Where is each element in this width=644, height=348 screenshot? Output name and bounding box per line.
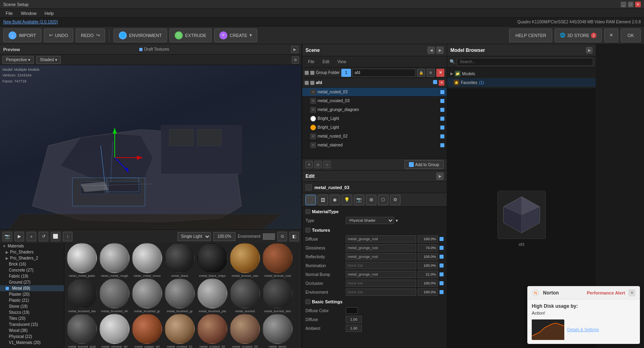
afd-close-button[interactable]: ✕ [439, 80, 444, 86]
norton-close-button[interactable]: ✕ [628, 289, 636, 297]
3d-store-button[interactable]: 🌐 3D STORE 2 [555, 29, 602, 42]
menu-file[interactable]: File [2, 10, 17, 16]
cube-tool-button[interactable]: ⬡ [378, 195, 388, 205]
scene-file-menu[interactable]: File [305, 59, 318, 65]
new-build-link[interactable]: New Build Available (2.0.1920) [3, 20, 58, 24]
mat-brushed-bla[interactable]: metal_brushed_bla [66, 278, 98, 313]
scene-item-metal-rusted-03[interactable]: M metal_rusted_03 [302, 88, 447, 97]
scene-item-metal-grunge[interactable]: M metal_grunge_diagram [302, 105, 447, 114]
scene-item-bright-light-1[interactable]: Bright_Light [302, 114, 447, 123]
mat-crusted-02[interactable]: metal_crusted_02 [196, 314, 228, 348]
render-button[interactable]: ◧ [289, 232, 299, 241]
tree-stone[interactable]: Stone (19) [0, 303, 64, 309]
help-center-button[interactable]: HELP CENTER [509, 29, 552, 42]
model-search-input[interactable] [457, 58, 593, 66]
diffuse-texture-input[interactable] [346, 235, 416, 243]
mat-metal-black[interactable]: metal_black [164, 243, 196, 278]
mat-brushed-gr1[interactable]: metal_brushed_gr [131, 278, 163, 313]
tree-metal[interactable]: Metal (69) [0, 285, 64, 291]
scene-folder-afd[interactable]: afd ✕ [302, 78, 447, 88]
mb-favorites-item[interactable]: ⭐ Favorites (1) [447, 78, 596, 87]
reflectivity-texture-input[interactable] [346, 253, 416, 260]
scene-expand-button[interactable]: ▶ [436, 47, 444, 54]
export-button[interactable]: ↑ [63, 232, 72, 241]
close-toolbar-button[interactable]: ✕ [604, 29, 618, 42]
tree-pro-shaders[interactable]: ▶ Pro_Shaders [0, 249, 64, 255]
tree-plaster[interactable]: Plaster (20) [0, 291, 64, 297]
tree-concrete[interactable]: Concrete (27) [0, 267, 64, 273]
import-button[interactable]: ↓ IMPORT [3, 29, 41, 42]
scene-view-menu[interactable]: View [334, 59, 349, 65]
mat-burned-des[interactable]: metal_burned_des [262, 278, 293, 313]
close-window-button[interactable]: ✕ [635, 2, 641, 7]
occlusion-texture-input[interactable] [346, 280, 416, 287]
diffuse-color-swatch[interactable] [346, 307, 358, 314]
light-tool-button[interactable]: 💡 [342, 195, 352, 205]
camera-tool-button[interactable]: 📷 [354, 195, 364, 205]
scene-item-metal-stained[interactable]: M metal_stained [302, 141, 447, 150]
menu-help[interactable]: Help [41, 10, 58, 16]
mat-bronze-rust[interactable]: metal_bronze_rust [262, 243, 293, 278]
norton-details-link[interactable]: Details & Settings [567, 327, 599, 332]
mat-chrome-drt[interactable]: metal_chrome_drt [99, 314, 130, 348]
tree-v1-materials[interactable]: V1_Materials (20) [0, 340, 64, 346]
zoom-input[interactable] [213, 232, 235, 241]
occlusion-percent-input[interactable] [418, 280, 438, 287]
mat-crusted-01[interactable]: metal_crusted_01 [164, 314, 196, 348]
viewport-settings-button[interactable]: ⚙ [292, 56, 299, 64]
shaded-dropdown[interactable]: Shaded ▾ [36, 56, 60, 64]
shader-view-button[interactable]: ⬛ [305, 195, 316, 205]
ambient-number-input[interactable] [346, 325, 362, 332]
mat-crusted-03[interactable]: metal_crusted_03 [229, 314, 261, 348]
undo-button[interactable]: ↩ UNDO [44, 29, 73, 42]
group-folder-name-input[interactable] [353, 69, 415, 77]
play-button[interactable]: ▶ [14, 232, 24, 241]
create-button[interactable]: ✦ CREATE ▾ [214, 29, 258, 42]
scene-collapse-button[interactable]: ◀ [427, 47, 435, 54]
frame-button[interactable]: ⬜ [51, 232, 60, 241]
environment-texture-input[interactable] [346, 288, 416, 296]
minimize-button[interactable]: _ [621, 2, 626, 7]
mat-dents[interactable]: metal_dents [262, 314, 293, 348]
model-browser-expand-button[interactable]: ▶ [586, 47, 592, 54]
perspective-dropdown[interactable]: Perspective ▾ [2, 56, 34, 64]
tree-tiles[interactable]: Tiles (20) [0, 315, 64, 321]
diffuse-number-input[interactable] [346, 316, 362, 323]
illumination-percent-input[interactable] [418, 262, 438, 269]
mat-clean-metal-smoo[interactable]: clean_metal_smoo [131, 243, 163, 278]
tree-materials-root[interactable]: ▼ Materials [0, 243, 64, 249]
image-view-button[interactable]: 🖼 [318, 195, 328, 205]
tree-ground[interactable]: Ground (27) [0, 279, 64, 285]
folder-settings-button[interactable]: ⚙ [427, 69, 435, 77]
mat-brushed-dh[interactable]: metal_brushed_dh [99, 278, 130, 313]
tree-physical[interactable]: Physical (22) [0, 334, 64, 340]
illumination-texture-input[interactable] [346, 262, 416, 269]
add-to-group-button[interactable]: Add to Group [405, 160, 444, 169]
tree-fabric[interactable]: Fabric (19) [0, 273, 64, 279]
mat-bronze-raw[interactable]: metal_bronze_raw [229, 243, 261, 278]
add-grp-icon-3[interactable]: ◇ [323, 161, 330, 168]
add-button[interactable]: + [27, 232, 36, 241]
settings-tool-button[interactable]: ⚙ [390, 195, 400, 205]
ok-button[interactable]: OK [621, 29, 641, 42]
environment-button[interactable]: 🌐 ENVIRONMENT [114, 29, 167, 42]
tree-brick[interactable]: Brick (16) [0, 261, 64, 267]
scene-item-bright-light-2[interactable]: Bright_Light [302, 123, 447, 132]
light-select[interactable]: Single Light [178, 232, 211, 241]
edit-collapse-button[interactable]: ▶ [436, 173, 444, 180]
redo-button[interactable]: REDO ↪ [76, 29, 105, 42]
normalbump-texture-input[interactable] [346, 271, 416, 278]
tree-stucco[interactable]: Stucco (19) [0, 309, 64, 315]
mat-clean-metal-rough[interactable]: clean_metal_rough [99, 243, 130, 278]
mat-burned[interactable]: metal_burned [229, 278, 261, 313]
draft-textures-toggle[interactable]: Draft Textures [139, 47, 169, 51]
environment-percent-input[interactable] [418, 288, 438, 296]
sphere-view-button[interactable]: ◉ [330, 195, 340, 205]
environment-swatch[interactable] [263, 233, 275, 240]
glossiness-texture-input[interactable] [346, 244, 416, 251]
mat-metal-black-chips[interactable]: metal_black_chips [196, 243, 228, 278]
viewport-canvas[interactable]: Model: Multiple Models Vertices: 2243164… [0, 65, 301, 229]
glossiness-percent-input[interactable] [418, 244, 438, 251]
scene-item-metal-crusted-03[interactable]: M metal_crusted_03 [302, 97, 447, 105]
add-grp-icon-2[interactable]: ◎ [314, 161, 322, 168]
